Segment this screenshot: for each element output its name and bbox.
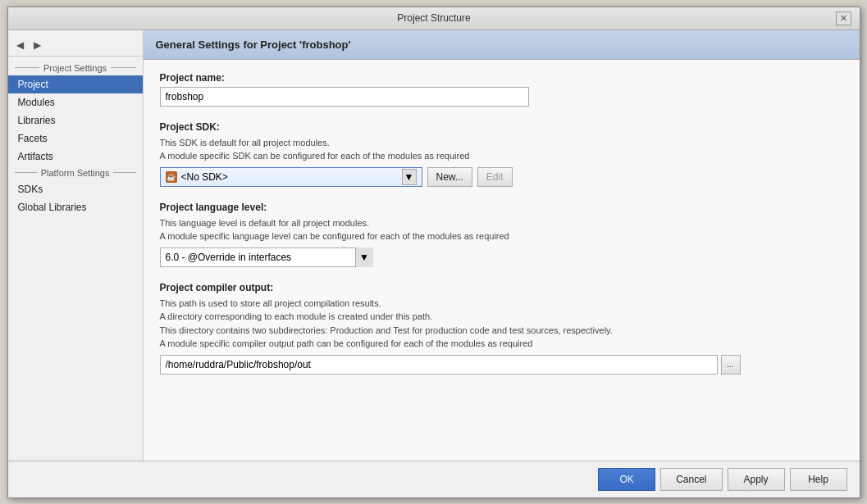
compiler-output-group: Project compiler output: This path is us… <box>160 282 843 375</box>
project-settings-section: Project Settings <box>8 61 143 75</box>
language-level-select[interactable]: 6.0 - @Override in interfaces <box>160 247 373 267</box>
sdk-edit-button[interactable]: Edit <box>477 167 513 187</box>
sdk-new-button[interactable]: New... <box>427 167 472 187</box>
output-row: ... <box>160 355 843 375</box>
ok-button[interactable]: OK <box>598 468 655 491</box>
compiler-desc: This path is used to store all project c… <box>160 297 843 351</box>
project-structure-dialog: Project Structure ✕ ◀ ▶ Project Settings… <box>7 7 860 498</box>
project-name-group: Project name: <box>160 72 843 107</box>
sidebar-item-artifacts[interactable]: Artifacts <box>8 148 143 166</box>
content-body: Project name: Project SDK: This SDK is d… <box>144 60 860 402</box>
close-button[interactable]: ✕ <box>836 11 851 25</box>
content-area: General Settings for Project 'frobshop' … <box>144 30 860 461</box>
main-area: ◀ ▶ Project Settings Project Modules Lib… <box>8 30 860 461</box>
language-desc: This language level is default for all p… <box>160 216 843 243</box>
title-bar: Project Structure ✕ <box>8 7 860 30</box>
sidebar-item-project[interactable]: Project <box>8 75 143 93</box>
sdk-value: <No SDK> <box>181 171 228 183</box>
sidebar-item-modules[interactable]: Modules <box>8 93 143 111</box>
project-name-input[interactable] <box>160 87 529 107</box>
bottom-bar: OK Cancel Apply Help <box>8 461 860 497</box>
language-level-label: Project language level: <box>160 202 843 213</box>
forward-button[interactable]: ▶ <box>30 37 45 53</box>
back-button[interactable]: ◀ <box>12 37 28 53</box>
sidebar-item-facets[interactable]: Facets <box>8 129 143 148</box>
sidebar-item-sdks[interactable]: SDKs <box>8 180 143 198</box>
nav-toolbar: ◀ ▶ <box>8 34 143 57</box>
browse-button[interactable]: ... <box>721 355 741 375</box>
project-sdk-label: Project SDK: <box>160 121 843 133</box>
sdk-java-icon: ☕ <box>166 171 177 183</box>
sdk-dropdown-arrow[interactable]: ▼ <box>402 169 417 185</box>
cancel-button[interactable]: Cancel <box>660 468 722 491</box>
compiler-output-input[interactable] <box>160 355 718 375</box>
apply-button[interactable]: Apply <box>728 468 785 491</box>
sidebar-item-libraries[interactable]: Libraries <box>8 111 143 129</box>
content-header: General Settings for Project 'frobshop' <box>144 30 860 60</box>
dialog-title: Project Structure <box>33 12 836 24</box>
sdk-select[interactable]: ☕ <No SDK> ▼ <box>160 167 422 187</box>
project-name-label: Project name: <box>160 72 843 84</box>
project-language-group: Project language level: This language le… <box>160 202 843 267</box>
sidebar: ◀ ▶ Project Settings Project Modules Lib… <box>8 30 144 461</box>
sdk-row: ☕ <No SDK> ▼ New... Edit <box>160 167 843 187</box>
sidebar-item-global-libraries[interactable]: Global Libraries <box>8 198 143 216</box>
language-select-wrap: 6.0 - @Override in interfaces ▼ <box>160 247 373 267</box>
help-button[interactable]: Help <box>790 468 847 491</box>
project-sdk-group: Project SDK: This SDK is default for all… <box>160 121 843 187</box>
platform-settings-section: Platform Settings <box>8 166 143 180</box>
sdk-desc1: This SDK is default for all project modu… <box>160 136 843 163</box>
compiler-output-label: Project compiler output: <box>160 282 843 293</box>
